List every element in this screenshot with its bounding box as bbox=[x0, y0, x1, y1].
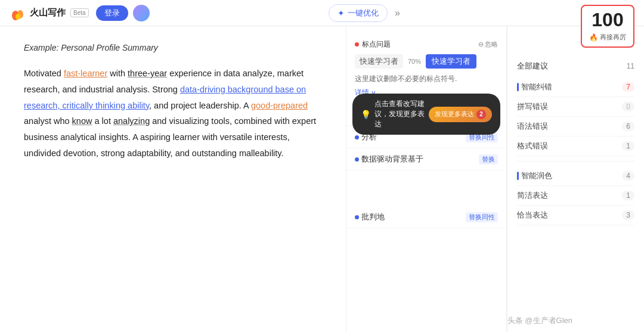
ignore-button-1[interactable]: ⊖ 忽略 bbox=[478, 40, 498, 49]
word-know[interactable]: know bbox=[72, 116, 92, 126]
right-panel: 全部建议 11 智能纠错 7 拼写错误 0 语法错误 6 格式错误 1 bbox=[507, 26, 644, 332]
suggestion-header-1: 标点问题 ⊖ 忽略 bbox=[355, 39, 498, 49]
dot-blue-5 bbox=[355, 215, 359, 219]
score-label: 🔥 再接再厉 bbox=[588, 33, 627, 42]
right-divider bbox=[517, 161, 634, 162]
active-indicator bbox=[517, 83, 519, 91]
dot-blue-4 bbox=[355, 157, 359, 162]
logo-text: 火山写作 bbox=[30, 7, 66, 18]
right-all-count: 11 bbox=[627, 62, 634, 70]
suggestion-row-4-wrapper: 数据驱动背景基于 替换 💡 点击查看改写建议，发现更多表达 发现更多表达 2 bbox=[346, 148, 506, 170]
editor-panel: Example: Personal Profile Summary Motiva… bbox=[0, 26, 346, 332]
score-card: 100 🔥 再接再厉 bbox=[581, 5, 634, 48]
right-all-title: 全部建议 11 bbox=[517, 61, 634, 72]
smart-error-label: 智能纠错 bbox=[521, 82, 552, 92]
svg-point-2 bbox=[16, 14, 20, 20]
body-mid5: a lot bbox=[92, 116, 113, 126]
fire-icon: 🔥 bbox=[589, 33, 598, 42]
main-area: Example: Personal Profile Summary Motiva… bbox=[0, 26, 644, 332]
sparkle-icon: ✦ bbox=[338, 8, 345, 18]
tag-label-1: 标点问题 bbox=[362, 39, 391, 49]
smart-tone-count: 4 bbox=[622, 171, 634, 181]
word-score-1: 70% bbox=[408, 58, 421, 65]
suggestion-desc-1: 这里建议删除不必要的标点符号. bbox=[355, 73, 498, 84]
tooltip-popup: 💡 点击查看改写建议，发现更多表达 发现更多表达 2 bbox=[352, 94, 500, 135]
body-mid3: , and project leadership. A bbox=[149, 101, 251, 110]
proper-label: 恰当表达 bbox=[517, 210, 548, 221]
word-three-year[interactable]: three-year bbox=[128, 69, 167, 78]
discover-badge: 2 bbox=[476, 110, 486, 119]
proper-count: 3 bbox=[622, 210, 634, 220]
grammar-count: 6 bbox=[622, 122, 634, 131]
word-fast-learner[interactable]: fast-learner bbox=[64, 69, 107, 78]
spell-count: 0 bbox=[622, 102, 634, 111]
optimize-button[interactable]: ✦ 一键优化 bbox=[329, 4, 388, 22]
score-number: 100 bbox=[588, 10, 627, 30]
ignore-icon: ⊖ bbox=[478, 41, 484, 48]
spell-label: 拼写错误 bbox=[517, 101, 548, 112]
right-item-format[interactable]: 格式错误 1 bbox=[517, 136, 634, 156]
suggestion-row-4[interactable]: 数据驱动背景基于 替换 bbox=[346, 148, 506, 170]
word-suggest-1[interactable]: 快速学习者 bbox=[426, 54, 476, 69]
suggestion-words-1: 快速学习者 70% 快速学习者 bbox=[355, 54, 498, 69]
word-good-prepared[interactable]: good-prepared bbox=[251, 101, 308, 110]
format-count: 1 bbox=[622, 141, 634, 151]
smart-error-label-wrap: 智能纠错 bbox=[517, 82, 552, 92]
grammar-label: 语法错误 bbox=[517, 121, 548, 132]
right-item-smart-error[interactable]: 智能纠错 7 bbox=[517, 77, 634, 97]
beta-badge: Beta bbox=[70, 8, 89, 17]
right-all-label: 全部建议 bbox=[517, 61, 548, 72]
optimize-label: 一键优化 bbox=[348, 8, 379, 18]
discover-button[interactable]: 发现更多表达 2 bbox=[429, 107, 492, 122]
smart-tone-label-wrap: 智能润色 bbox=[517, 170, 552, 181]
body-intro: Motivated bbox=[24, 69, 64, 78]
suggestion-row-5[interactable]: 批判地 替换同性 bbox=[346, 206, 506, 228]
right-item-spell[interactable]: 拼写错误 0 bbox=[517, 97, 634, 117]
score-text: 再接再厉 bbox=[600, 33, 626, 42]
right-item-proper[interactable]: 恰当表达 3 bbox=[517, 206, 634, 225]
smart-tone-label: 智能润色 bbox=[521, 170, 552, 181]
smart-error-count: 7 bbox=[622, 82, 634, 92]
bulb-icon: 💡 bbox=[361, 110, 371, 119]
format-label: 格式错误 bbox=[517, 141, 548, 151]
replace-tag-4[interactable]: 替换 bbox=[479, 154, 498, 165]
watermark: 头条 @生产者Glen bbox=[507, 315, 572, 326]
tooltip-text: 点击查看改写建议，发现更多表达 bbox=[374, 99, 425, 129]
body-mid1: with bbox=[107, 69, 128, 78]
right-item-grammar[interactable]: 语法错误 6 bbox=[517, 117, 634, 136]
row-text-4: 数据驱动背景基于 bbox=[359, 154, 475, 165]
word-original-1: 快速学习者 bbox=[355, 54, 403, 69]
right-item-smart-tone[interactable]: 智能润色 4 bbox=[517, 166, 634, 186]
body-mid4: analyst who bbox=[24, 116, 72, 126]
suggestion-panel: 标点问题 ⊖ 忽略 快速学习者 70% 快速学习者 这里建议删除不必要的标点符号… bbox=[346, 26, 507, 332]
ignore-label: 忽略 bbox=[485, 40, 498, 49]
word-analyzing[interactable]: analyzing bbox=[113, 116, 150, 126]
expand-button[interactable]: » bbox=[392, 5, 402, 21]
doc-title: Example: Personal Profile Summary bbox=[24, 43, 322, 52]
doc-body: Motivated fast-learner with three-year e… bbox=[24, 66, 322, 162]
logo-area: 火山写作 Beta bbox=[10, 5, 89, 21]
row-text-5: 批判地 bbox=[359, 212, 462, 222]
replace-tag-5[interactable]: 替换同性 bbox=[466, 212, 498, 222]
dot-blue-3 bbox=[355, 135, 359, 139]
avatar-button[interactable] bbox=[133, 5, 150, 21]
logo-icon bbox=[10, 5, 26, 21]
right-item-simple[interactable]: 简洁表达 1 bbox=[517, 186, 634, 206]
top-nav: 火山写作 Beta 登录 ✦ 一键优化 » 全部建议 11 bbox=[0, 0, 644, 26]
simple-count: 1 bbox=[622, 191, 634, 200]
nav-center: ✦ 一键优化 » bbox=[150, 4, 582, 22]
active-indicator-2 bbox=[517, 172, 519, 180]
suggestion-tag-1: 标点问题 bbox=[355, 39, 391, 49]
login-button[interactable]: 登录 bbox=[96, 5, 128, 21]
simple-label: 简洁表达 bbox=[517, 190, 548, 201]
dot-red-icon bbox=[355, 42, 359, 46]
